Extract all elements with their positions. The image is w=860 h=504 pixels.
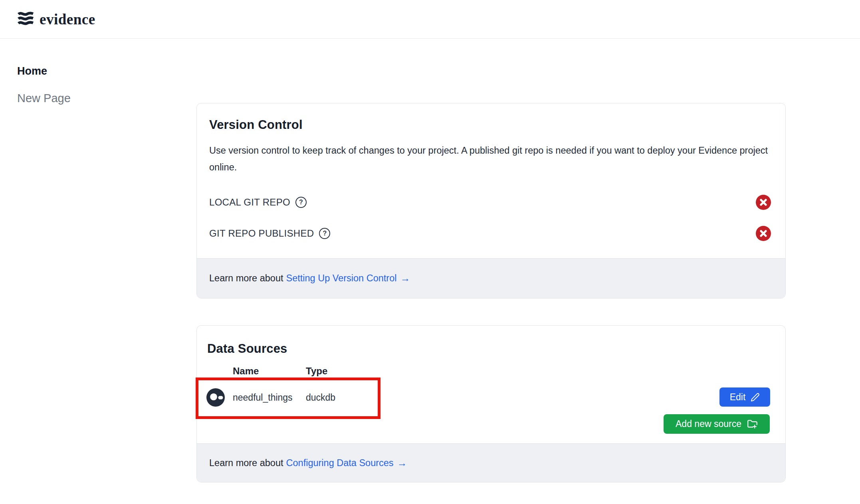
status-label-group: GIT REPO PUBLISHED ?: [209, 228, 330, 239]
evidence-settings-page: evidence Home New Page Version Control U…: [0, 0, 860, 504]
column-header-type: Type: [306, 366, 327, 377]
x-icon: [756, 226, 771, 241]
configuring-data-sources-link[interactable]: Configuring Data Sources: [286, 458, 394, 468]
help-icon[interactable]: ?: [319, 228, 330, 239]
top-bar: evidence: [0, 0, 860, 39]
evidence-logo[interactable]: evidence: [17, 11, 95, 28]
add-new-source-button[interactable]: Add new source: [664, 414, 770, 434]
data-sources-card: Data Sources Name Type needful_things du…: [196, 325, 786, 482]
x-icon: [756, 195, 771, 210]
git-repo-published-error-badge: [756, 226, 771, 241]
help-icon[interactable]: ?: [295, 197, 307, 208]
git-repo-published-label: GIT REPO PUBLISHED: [209, 228, 314, 239]
version-control-footer: Learn more about Setting Up Version Cont…: [197, 258, 785, 298]
column-header-name: Name: [233, 366, 259, 377]
version-control-description: Use version control to keep track of cha…: [209, 142, 773, 176]
footer-prefix-text: Learn more about: [209, 273, 283, 284]
logo-wordmark: evidence: [40, 11, 95, 28]
source-type-cell: duckdb: [306, 388, 335, 407]
source-name-cell: needful_things: [233, 388, 293, 407]
edit-button-label: Edit: [730, 392, 746, 403]
status-row-local-git-repo: LOCAL GIT REPO ?: [209, 194, 771, 210]
local-git-repo-label: LOCAL GIT REPO: [209, 197, 290, 208]
arrow-right-icon[interactable]: →: [400, 273, 410, 284]
folder-plus-icon: [747, 419, 758, 429]
setting-up-version-control-link[interactable]: Setting Up Version Control: [286, 273, 397, 284]
edit-source-button[interactable]: Edit: [719, 387, 770, 407]
data-sources-title: Data Sources: [207, 342, 287, 356]
data-sources-footer: Learn more about Configuring Data Source…: [197, 443, 785, 482]
arrow-right-icon[interactable]: →: [397, 457, 407, 469]
sidebar-item-new-page[interactable]: New Page: [17, 92, 71, 105]
status-label-group: LOCAL GIT REPO ?: [209, 197, 307, 208]
status-row-git-repo-published: GIT REPO PUBLISHED ?: [209, 225, 771, 241]
version-control-title: Version Control: [209, 118, 303, 132]
add-button-label: Add new source: [676, 419, 741, 429]
pencil-icon: [751, 393, 760, 402]
local-git-repo-error-badge: [756, 195, 771, 210]
evidence-logo-icon: [17, 11, 34, 28]
duckdb-logo-icon: [206, 388, 225, 407]
version-control-card: Version Control Use version control to k…: [196, 103, 786, 298]
sidebar-item-home[interactable]: Home: [17, 65, 47, 77]
footer-prefix-text: Learn more about: [209, 458, 283, 468]
